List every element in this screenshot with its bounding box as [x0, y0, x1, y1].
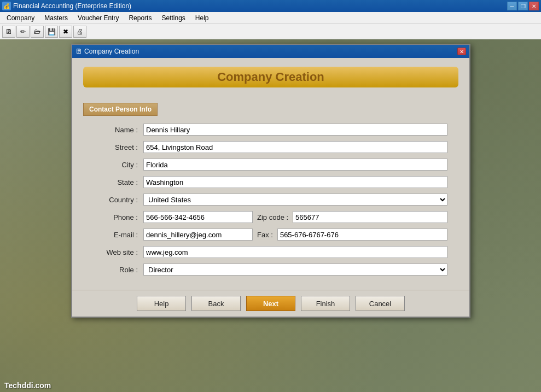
phone-row: Phone : Zip code : — [94, 211, 447, 223]
close-button[interactable]: ✕ — [529, 2, 539, 10]
window-controls: ─ ❐ ✕ — [507, 2, 539, 10]
restore-button[interactable]: ❐ — [518, 2, 528, 10]
city-row: City : — [94, 159, 447, 171]
toolbar: 🖹 ✏ 🗁 💾 ✖ 🖨 — [0, 24, 541, 39]
email-input[interactable] — [143, 229, 253, 241]
company-creation-dialog: 🖹 Company Creation ✕ Company Creation Co… — [71, 44, 470, 318]
phone-input[interactable] — [143, 211, 253, 223]
zipcode-input[interactable] — [293, 211, 447, 223]
menu-company[interactable]: Company — [2, 13, 39, 23]
menu-settings[interactable]: Settings — [157, 13, 189, 23]
zipcode-label: Zip code : — [253, 213, 293, 221]
menu-bar: Company Masters Voucher Entry Reports Se… — [0, 12, 541, 24]
name-row: Name : — [94, 124, 447, 136]
name-input[interactable] — [143, 124, 447, 136]
dialog-close-button[interactable]: ✕ — [457, 48, 466, 55]
email-label: E-mail : — [94, 231, 143, 239]
app-icon: 💰 — [2, 2, 11, 10]
city-label: City : — [94, 161, 143, 169]
page-title: Company Creation — [83, 67, 458, 87]
street-label: Street : — [94, 143, 143, 151]
street-row: Street : — [94, 141, 447, 153]
street-input[interactable] — [143, 141, 447, 153]
app-title: Financial Accounting (Enterprise Edition… — [13, 2, 131, 10]
country-label: Country : — [94, 196, 143, 204]
toolbar-save[interactable]: 💾 — [45, 26, 58, 38]
website-label: Web site : — [94, 248, 143, 256]
back-button[interactable]: Back — [191, 296, 241, 311]
menu-masters[interactable]: Masters — [40, 13, 72, 23]
fax-label: Fax : — [253, 231, 277, 239]
watermark: Techddi.com — [4, 381, 51, 390]
form-area: Name : Street : City : State : Country : — [83, 124, 458, 276]
city-input[interactable] — [143, 159, 447, 171]
dialog-body: Company Creation Contact Person Info Nam… — [72, 58, 469, 290]
finish-button[interactable]: Finish — [301, 296, 350, 311]
app-title-bar: 💰 Financial Accounting (Enterprise Editi… — [0, 0, 541, 12]
email-row: E-mail : Fax : — [94, 229, 447, 241]
toolbar-print[interactable]: 🖨 — [73, 26, 86, 38]
toolbar-open[interactable]: 🗁 — [31, 26, 44, 38]
dialog-title-bar: 🖹 Company Creation ✕ — [72, 45, 469, 58]
toolbar-delete[interactable]: ✖ — [59, 26, 72, 38]
dialog-icon: 🖹 — [75, 48, 82, 55]
menu-help[interactable]: Help — [191, 13, 213, 23]
dialog-title-text: Company Creation — [84, 48, 139, 55]
website-row: Web site : — [94, 246, 447, 258]
state-label: State : — [94, 178, 143, 186]
toolbar-new[interactable]: 🖹 — [2, 26, 15, 38]
section-header: Contact Person Info — [83, 103, 158, 116]
dialog-footer: Help Back Next Finish Cancel — [72, 290, 469, 317]
menu-reports[interactable]: Reports — [124, 13, 156, 23]
state-row: State : — [94, 176, 447, 188]
role-row: Role : Director Manager Owner Partner CE… — [94, 264, 447, 276]
fax-input[interactable] — [277, 229, 447, 241]
minimize-button[interactable]: ─ — [507, 2, 517, 10]
website-input[interactable] — [143, 246, 447, 258]
phone-label: Phone : — [94, 213, 143, 221]
cancel-button[interactable]: Cancel — [356, 296, 405, 311]
country-select[interactable]: United States United Kingdom Canada Aust… — [143, 194, 447, 206]
help-button[interactable]: Help — [137, 296, 186, 311]
role-label: Role : — [94, 266, 143, 274]
state-input[interactable] — [143, 176, 447, 188]
name-label: Name : — [94, 126, 143, 134]
toolbar-edit[interactable]: ✏ — [16, 26, 30, 38]
menu-voucher-entry[interactable]: Voucher Entry — [73, 13, 123, 23]
country-row: Country : United States United Kingdom C… — [94, 194, 447, 206]
next-button[interactable]: Next — [246, 296, 295, 311]
role-select[interactable]: Director Manager Owner Partner CEO CFO — [143, 264, 447, 276]
